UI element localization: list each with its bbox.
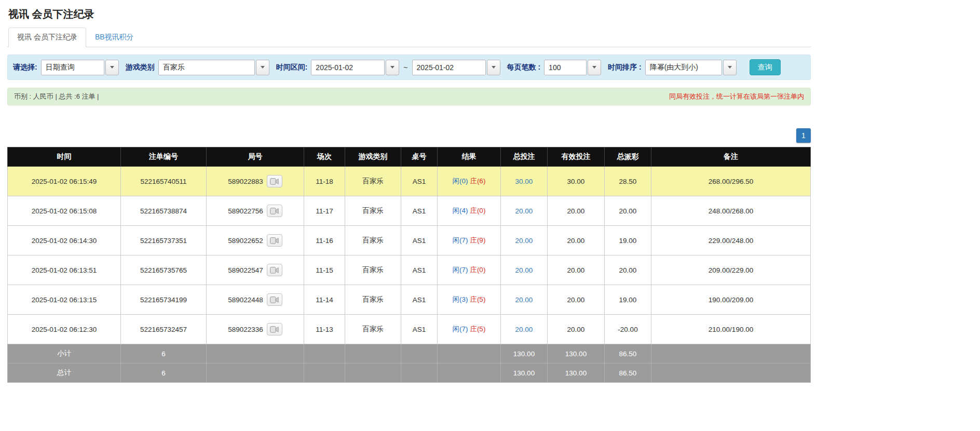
cell-table-id: AS1 bbox=[401, 285, 438, 315]
cell-time: 2025-01-02 06:14:30 bbox=[8, 226, 121, 255]
round-id: 589022756 bbox=[228, 207, 263, 215]
records-tfoot: 小计6130.00130.0086.50总计6130.00130.0086.50 bbox=[8, 344, 811, 383]
total-cell bbox=[651, 363, 811, 383]
cell-table-id: AS1 bbox=[401, 226, 438, 255]
column-header: 时间 bbox=[8, 147, 121, 167]
subtotal-cell bbox=[651, 344, 811, 363]
subtotal-cell bbox=[401, 344, 438, 363]
result-banker: 庄(5) bbox=[470, 325, 485, 333]
total-bet-link[interactable]: 20.00 bbox=[515, 237, 533, 245]
round-replay-button[interactable] bbox=[267, 293, 282, 306]
tab-bb-points[interactable]: BB视讯积分 bbox=[86, 28, 143, 47]
date-to-dropdown-button[interactable] bbox=[487, 60, 500, 75]
column-header: 场次 bbox=[304, 147, 345, 167]
video-icon bbox=[270, 297, 279, 303]
round-id: 589022448 bbox=[228, 296, 263, 304]
chevron-down-icon bbox=[261, 66, 265, 69]
pagination-page-button[interactable]: 1 bbox=[796, 128, 811, 143]
subtotal-cell bbox=[207, 344, 304, 363]
search-button[interactable]: 查询 bbox=[750, 59, 781, 75]
column-header: 有效投注 bbox=[548, 147, 605, 167]
game-type-input[interactable] bbox=[158, 60, 255, 75]
column-header: 桌号 bbox=[401, 147, 438, 167]
total-cell bbox=[438, 363, 501, 383]
column-header: 总派彩 bbox=[605, 147, 651, 167]
cell-session: 11-17 bbox=[304, 196, 345, 226]
round-replay-button[interactable] bbox=[267, 323, 282, 335]
round-id: 589022547 bbox=[228, 266, 263, 274]
sort-order-group: 时间排序 : bbox=[608, 60, 737, 75]
pagination: 1 bbox=[796, 128, 811, 143]
cell-time: 2025-01-02 06:15:49 bbox=[8, 167, 121, 196]
sort-order-dropdown-button[interactable] bbox=[723, 60, 737, 75]
round-replay-button[interactable] bbox=[267, 264, 282, 276]
round-replay-button[interactable] bbox=[267, 175, 282, 187]
date-range-label: 时间区间: bbox=[276, 63, 308, 72]
summary-currency-total: 币别 : 人民币 | 总共 :6 注单 | bbox=[14, 92, 99, 101]
cell-session: 11-13 bbox=[304, 315, 345, 344]
cell-table-id: AS1 bbox=[401, 167, 438, 196]
cell-session: 11-18 bbox=[304, 167, 345, 196]
game-type-dropdown-button[interactable] bbox=[256, 60, 269, 75]
cell-game-type: 百家乐 bbox=[345, 315, 401, 344]
total-bet-link[interactable]: 20.00 bbox=[515, 326, 533, 333]
result-banker: 庄(6) bbox=[470, 177, 485, 185]
column-header: 游戏类别 bbox=[345, 147, 401, 167]
cell-bet-id: 522165737351 bbox=[121, 226, 207, 255]
cell-bet-id: 522165735765 bbox=[121, 255, 207, 285]
date-to-input[interactable] bbox=[412, 60, 486, 75]
total-bet-link[interactable]: 30.00 bbox=[515, 178, 533, 185]
cell-total-bet: 20.00 bbox=[501, 255, 548, 285]
column-header: 注单编号 bbox=[121, 147, 207, 167]
round-replay-button[interactable] bbox=[267, 234, 282, 247]
date-from-dropdown-button[interactable] bbox=[386, 60, 399, 75]
result-player: 闲(4) bbox=[453, 207, 468, 214]
page-size-label: 每页笔数 : bbox=[507, 63, 541, 72]
pagination-row: 1 bbox=[7, 128, 811, 143]
video-icon bbox=[270, 326, 279, 333]
chevron-down-icon bbox=[390, 66, 394, 69]
query-type-label: 请选择: bbox=[13, 63, 37, 72]
sort-order-label: 时间排序 : bbox=[608, 63, 642, 72]
result-player: 闲(0) bbox=[453, 177, 468, 185]
round-replay-button[interactable] bbox=[267, 205, 282, 217]
table-row: 2025-01-02 06:14:30522165737351589022652… bbox=[8, 226, 811, 255]
query-type-group: 请选择: bbox=[13, 60, 119, 75]
subtotal-cell bbox=[304, 344, 345, 363]
date-from-combobox bbox=[311, 60, 399, 75]
cell-game-type: 百家乐 bbox=[345, 226, 401, 255]
sort-order-input[interactable] bbox=[645, 60, 722, 75]
video-icon bbox=[270, 237, 279, 244]
page-size-input[interactable] bbox=[544, 60, 587, 75]
result-player: 闲(3) bbox=[453, 295, 468, 303]
table-row: 2025-01-02 06:12:30522165732457589022336… bbox=[8, 315, 811, 344]
date-range-separator: ~ bbox=[403, 63, 407, 72]
query-type-dropdown-button[interactable] bbox=[105, 60, 119, 75]
total-cell: 130.00 bbox=[548, 363, 605, 383]
cell-note: 190.00/209.00 bbox=[651, 285, 811, 315]
page-size-dropdown-button[interactable] bbox=[588, 60, 601, 75]
cell-payout: -20.00 bbox=[605, 315, 651, 344]
tab-betting-records[interactable]: 视讯 会员下注纪录 bbox=[8, 28, 86, 47]
cell-table-id: AS1 bbox=[401, 315, 438, 344]
column-header: 备注 bbox=[651, 147, 811, 167]
result-player: 闲(7) bbox=[453, 266, 468, 274]
table-total-row: 总计6130.00130.0086.50 bbox=[8, 363, 811, 383]
total-bet-link[interactable]: 20.00 bbox=[515, 266, 533, 274]
cell-note: 248.00/268.00 bbox=[651, 196, 811, 226]
cell-payout: 20.00 bbox=[605, 255, 651, 285]
total-bet-link[interactable]: 20.00 bbox=[515, 207, 533, 215]
page-title: 视讯 会员下注纪录 bbox=[8, 7, 811, 21]
cell-note: 229.00/248.00 bbox=[651, 226, 811, 255]
query-type-input[interactable] bbox=[41, 60, 104, 75]
cell-round: 589022336 bbox=[207, 315, 304, 344]
table-row: 2025-01-02 06:15:49522165740511589022883… bbox=[8, 167, 811, 196]
video-icon bbox=[270, 267, 279, 274]
cell-bet-id: 522165734199 bbox=[121, 285, 207, 315]
total-cell: 130.00 bbox=[501, 363, 548, 383]
cell-valid-bet: 20.00 bbox=[548, 196, 605, 226]
date-from-input[interactable] bbox=[311, 60, 385, 75]
total-bet-link[interactable]: 20.00 bbox=[515, 296, 533, 304]
cell-round: 589022448 bbox=[207, 285, 304, 315]
table-row: 2025-01-02 06:13:51522165735765589022547… bbox=[8, 255, 811, 285]
